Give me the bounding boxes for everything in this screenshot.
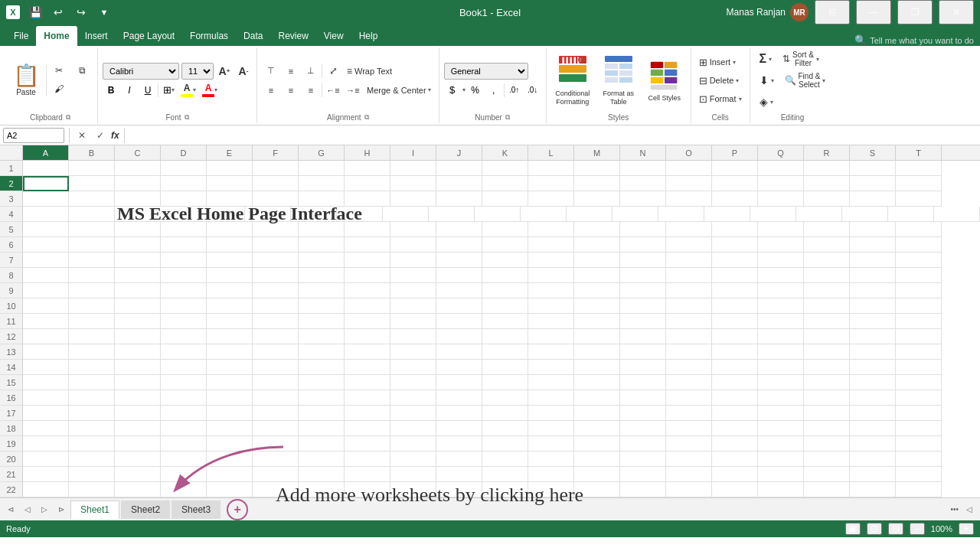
cell-12-7[interactable] xyxy=(299,329,345,344)
cell-9-18[interactable] xyxy=(804,283,850,298)
cell-12-6[interactable] xyxy=(253,329,299,344)
cell-19-4[interactable] xyxy=(161,436,207,452)
cell-14-18[interactable] xyxy=(804,360,850,375)
cell-5-6[interactable] xyxy=(253,222,299,237)
formula-cancel-button[interactable]: ✕ xyxy=(74,128,90,143)
accounting-format-button[interactable]: $ xyxy=(444,82,461,99)
cell-15-18[interactable] xyxy=(804,375,850,390)
cell-13-2[interactable] xyxy=(69,344,115,360)
cell-19-10[interactable] xyxy=(436,436,482,452)
cell-4-1[interactable] xyxy=(23,207,69,222)
cell-10-16[interactable] xyxy=(712,298,758,314)
cell-1-12[interactable] xyxy=(528,161,574,176)
cell-9-8[interactable] xyxy=(345,283,390,298)
col-header-I[interactable]: I xyxy=(390,145,436,160)
cell-styles-button[interactable]: Cell Styles xyxy=(643,57,686,104)
cell-6-10[interactable] xyxy=(436,237,482,253)
cell-13-20[interactable] xyxy=(896,344,942,360)
cell-2-14[interactable] xyxy=(620,176,666,191)
cell-7-3[interactable] xyxy=(115,253,161,268)
cell-15-15[interactable] xyxy=(666,375,712,390)
cell-10-10[interactable] xyxy=(436,298,482,314)
cell-15-14[interactable] xyxy=(620,375,666,390)
font-size-select[interactable]: 11 xyxy=(181,63,214,80)
cell-17-12[interactable] xyxy=(528,406,574,421)
cell-1-9[interactable] xyxy=(390,161,436,176)
cell-8-7[interactable] xyxy=(299,268,345,283)
cell-15-12[interactable] xyxy=(528,375,574,390)
cell-9-10[interactable] xyxy=(436,283,482,298)
percent-button[interactable]: % xyxy=(467,82,484,99)
cell-7-13[interactable] xyxy=(574,253,620,268)
cell-19-9[interactable] xyxy=(390,436,436,452)
cell-18-11[interactable] xyxy=(482,421,528,436)
cell-14-3[interactable] xyxy=(115,360,161,375)
cell-19-5[interactable] xyxy=(207,436,253,452)
cell-12-5[interactable] xyxy=(207,329,253,344)
cell-4-9[interactable] xyxy=(429,207,475,222)
undo-button[interactable]: ↩ xyxy=(47,4,69,21)
cell-11-16[interactable] xyxy=(712,314,758,329)
cell-22-4[interactable] xyxy=(161,482,207,497)
cell-7-4[interactable] xyxy=(161,253,207,268)
tab-formulas[interactable]: Formulas xyxy=(182,26,236,46)
font-expand-icon[interactable]: ⧉ xyxy=(185,113,189,122)
cell-15-7[interactable] xyxy=(299,375,345,390)
cell-4-14[interactable] xyxy=(658,207,704,222)
cell-11-20[interactable] xyxy=(896,314,942,329)
cell-16-6[interactable] xyxy=(253,390,299,406)
cell-15-9[interactable] xyxy=(390,375,436,390)
col-header-C[interactable]: C xyxy=(115,145,161,160)
cell-14-17[interactable] xyxy=(758,360,804,375)
cell-20-16[interactable] xyxy=(712,452,758,467)
cell-14-12[interactable] xyxy=(528,360,574,375)
col-header-J[interactable]: J xyxy=(436,145,482,160)
cell-21-13[interactable] xyxy=(574,467,620,482)
cell-8-9[interactable] xyxy=(390,268,436,283)
cell-21-8[interactable] xyxy=(345,467,390,482)
decrease-decimal-button[interactable]: .0↓ xyxy=(524,82,541,99)
cell-14-16[interactable] xyxy=(712,360,758,375)
cell-17-14[interactable] xyxy=(620,406,666,421)
cell-8-5[interactable] xyxy=(207,268,253,283)
cell-22-18[interactable] xyxy=(804,482,850,497)
cell-8-18[interactable] xyxy=(804,268,850,283)
restore-button[interactable]: ❐ xyxy=(897,0,933,24)
close-button[interactable]: ✕ xyxy=(939,0,974,24)
cell-14-2[interactable] xyxy=(69,360,115,375)
decrease-indent-button[interactable]: ←≡ xyxy=(324,82,342,99)
cell-6-7[interactable] xyxy=(299,237,345,253)
cell-3-20[interactable] xyxy=(896,191,942,207)
cell-12-17[interactable] xyxy=(758,329,804,344)
sheet-tab-sheet3[interactable]: Sheet3 xyxy=(172,500,220,519)
cell-21-10[interactable] xyxy=(436,467,482,482)
row-num-3[interactable]: 3 xyxy=(0,191,22,207)
cell-15-16[interactable] xyxy=(712,375,758,390)
cell-7-7[interactable] xyxy=(299,253,345,268)
cell-16-1[interactable] xyxy=(23,390,69,406)
cell-16-18[interactable] xyxy=(804,390,850,406)
cell-19-6[interactable] xyxy=(253,436,299,452)
cell-2-11[interactable] xyxy=(482,176,528,191)
cell-21-12[interactable] xyxy=(528,467,574,482)
cell-4-8[interactable] xyxy=(383,207,429,222)
scroll-left-button[interactable]: ◁ xyxy=(962,502,977,517)
cell-19-1[interactable] xyxy=(23,436,69,452)
cell-10-9[interactable] xyxy=(390,298,436,314)
cell-7-9[interactable] xyxy=(390,253,436,268)
cell-14-19[interactable] xyxy=(850,360,896,375)
border-button[interactable]: ⊞▾ xyxy=(160,82,177,99)
cell-17-17[interactable] xyxy=(758,406,804,421)
increase-decimal-button[interactable]: .0↑ xyxy=(506,82,523,99)
italic-button[interactable]: I xyxy=(121,82,138,99)
cell-6-19[interactable] xyxy=(850,237,896,253)
fill-color-button[interactable]: A ▾ xyxy=(178,82,198,99)
cell-21-6[interactable] xyxy=(253,467,299,482)
cell-21-5[interactable] xyxy=(207,467,253,482)
cell-20-5[interactable] xyxy=(207,452,253,467)
cell-4-12[interactable] xyxy=(567,207,612,222)
cell-10-12[interactable] xyxy=(528,298,574,314)
cell-12-12[interactable] xyxy=(528,329,574,344)
cell-19-15[interactable] xyxy=(666,436,712,452)
cell-8-10[interactable] xyxy=(436,268,482,283)
